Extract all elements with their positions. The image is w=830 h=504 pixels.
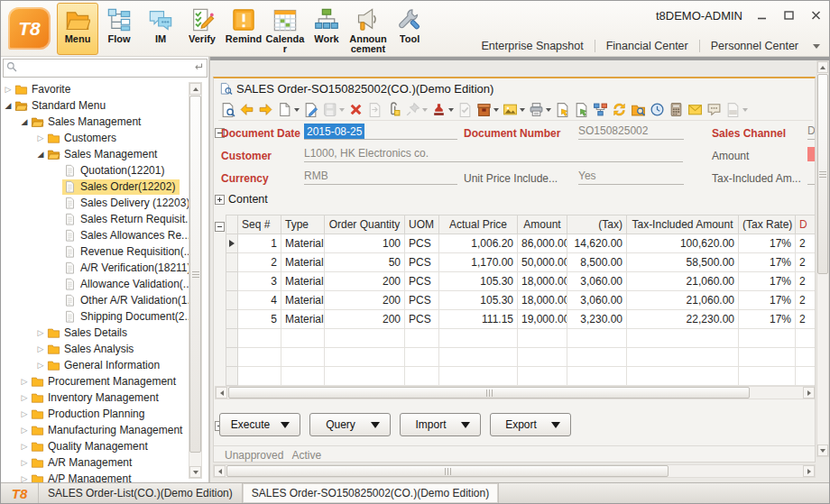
toolbar-button[interactable] xyxy=(610,99,629,119)
scroll-right-icon[interactable] xyxy=(803,465,815,477)
toolbar-button[interactable] xyxy=(301,99,320,119)
tree-item[interactable]: Allowance Validation(... xyxy=(1,276,189,292)
tree-item[interactable]: Manufacturing Management xyxy=(1,422,189,438)
toolbar-button[interactable] xyxy=(256,99,275,119)
tree-expander-icon[interactable] xyxy=(35,133,46,143)
row-selector[interactable] xyxy=(226,291,238,310)
grid-row[interactable]: 5Material200PCS111.1519,000.003,230.0022… xyxy=(226,310,816,329)
grid-column-header[interactable]: UOM xyxy=(405,215,439,234)
nav-link[interactable]: Financial Center xyxy=(595,40,700,52)
amount-value[interactable] xyxy=(807,147,816,161)
topbar-button[interactable]: Flow xyxy=(98,3,140,55)
grid-row[interactable]: 2Material50PCS1,170.0050,000.008,500.005… xyxy=(226,253,816,272)
taskbar-tab[interactable]: SALES Order-SO150825002(CO.)(Demo Editio… xyxy=(243,483,499,503)
grid-cell[interactable]: 17% xyxy=(739,253,796,272)
tree-item[interactable]: Sales Delivery (12203) xyxy=(1,195,189,211)
grid-column-header[interactable]: Order Quantity xyxy=(325,215,405,234)
scroll-left-icon[interactable] xyxy=(216,387,227,399)
tree-item[interactable]: Production Planning xyxy=(1,406,189,422)
topbar-button[interactable]: Verify xyxy=(181,3,223,55)
grid-cell[interactable]: 5 xyxy=(238,310,281,329)
grid-cell[interactable]: 105.30 xyxy=(439,291,518,310)
toolbar-button[interactable] xyxy=(686,99,705,119)
grid-column-header[interactable]: Actual Price xyxy=(439,215,518,234)
tree-item[interactable]: Sales Return Requisit... xyxy=(1,211,189,227)
grid-cell[interactable]: PCS xyxy=(405,291,439,310)
toolbar-button[interactable] xyxy=(384,99,403,119)
grid-cell[interactable]: 2 xyxy=(238,253,281,272)
action-button[interactable]: Import xyxy=(400,413,481,436)
taskbar-tab[interactable]: SALES Order-List(CO.)(Demo Edition) xyxy=(39,483,243,503)
topbar-button[interactable]: Tool xyxy=(389,3,430,55)
scroll-down-icon[interactable] xyxy=(189,466,201,478)
topbar-button[interactable]: Announcement xyxy=(347,3,389,55)
toolbar-button[interactable] xyxy=(705,99,724,119)
grid-cell[interactable]: 2 xyxy=(796,253,816,272)
grid-cell[interactable]: 19,000.00 xyxy=(518,310,567,329)
grid-cell[interactable]: 1 xyxy=(238,234,281,253)
scroll-up-icon[interactable] xyxy=(189,83,201,95)
topbar-button[interactable]: Remind xyxy=(223,3,264,55)
row-selector[interactable] xyxy=(226,253,238,272)
tree-item[interactable]: Favorite xyxy=(1,81,189,97)
tree-item[interactable]: Sales Management xyxy=(1,114,189,130)
nav-link[interactable]: Personnel Center xyxy=(700,40,809,52)
grid-cell[interactable]: 200 xyxy=(325,272,405,291)
toolbar-button[interactable] xyxy=(648,99,667,119)
tree-expander-icon[interactable] xyxy=(19,392,30,403)
grid-horizontal-scrollbar[interactable] xyxy=(215,386,816,399)
grid-cell[interactable]: 2 xyxy=(796,272,816,291)
grid-cell[interactable]: 2 xyxy=(796,310,816,329)
tree-item[interactable]: Revenue Requisition(... xyxy=(1,243,189,260)
document-number-value[interactable]: SO150825002 xyxy=(578,124,684,140)
toolbar-button[interactable] xyxy=(275,99,301,119)
tree-expander-icon[interactable] xyxy=(19,457,30,468)
current-row-indicator[interactable] xyxy=(226,234,238,253)
toolbar-button[interactable] xyxy=(403,99,429,119)
grid-cell[interactable]: 105.30 xyxy=(439,272,518,291)
tree-expander-icon[interactable] xyxy=(19,425,30,435)
grid-cell[interactable]: 2 xyxy=(796,234,816,253)
main-horizontal-scrollbar[interactable] xyxy=(213,464,816,478)
action-button[interactable]: Export xyxy=(490,413,571,436)
scrollbar-thumb[interactable] xyxy=(817,74,828,274)
expand-content-toggle-icon[interactable] xyxy=(215,195,225,205)
toolbar-button[interactable] xyxy=(218,99,237,119)
scroll-left-icon[interactable] xyxy=(214,465,226,477)
toolbar-button[interactable] xyxy=(320,99,346,119)
grid-cell[interactable]: 2 xyxy=(796,291,816,310)
tree-expander-icon[interactable] xyxy=(35,344,46,354)
grid-row[interactable]: 3Material200PCS105.3018,000.003,060.0021… xyxy=(226,272,816,291)
toolbar-button[interactable] xyxy=(346,99,365,119)
grid-cell[interactable]: 3 xyxy=(238,272,281,291)
scrollbar-thumb[interactable] xyxy=(228,387,750,399)
grid-cell[interactable]: PCS xyxy=(405,272,439,291)
tree-expander-icon[interactable] xyxy=(19,408,30,419)
grid-cell[interactable]: 86,000.00 xyxy=(518,234,567,253)
grid-cell[interactable]: 4 xyxy=(238,291,281,310)
grid-column-header[interactable]: (Tax Rate) xyxy=(739,215,796,234)
scrollbar-thumb[interactable] xyxy=(189,96,201,453)
toolbar-button[interactable] xyxy=(365,99,384,119)
grid-cell[interactable]: 18,000.00 xyxy=(518,291,567,310)
grid-column-header[interactable]: Seq # xyxy=(238,215,281,234)
tree-item[interactable]: Customers xyxy=(1,130,189,146)
scroll-down-icon[interactable] xyxy=(817,444,828,456)
tree-item[interactable]: Sales Analysis xyxy=(1,341,189,357)
grid-cell[interactable]: 100 xyxy=(325,234,405,253)
toolbar-button[interactable] xyxy=(572,99,591,119)
grid-cell[interactable]: 50,000.00 xyxy=(518,253,567,272)
nav-link[interactable]: Enterprise Snapshot xyxy=(470,40,595,52)
tree-item[interactable]: Quotation(12201) xyxy=(1,162,189,179)
row-selector[interactable] xyxy=(226,310,238,329)
topbar-button[interactable]: Calendar xyxy=(264,3,306,55)
tree-expander-icon[interactable] xyxy=(19,116,30,127)
action-button[interactable]: Execute xyxy=(219,413,300,436)
grid-cell[interactable]: 111.15 xyxy=(439,310,518,329)
tree-item[interactable]: A/R Management xyxy=(1,454,189,471)
tree-item[interactable]: Inventory Management xyxy=(1,389,189,406)
tree-expander-icon[interactable] xyxy=(19,441,30,452)
toolbar-button[interactable] xyxy=(553,99,572,119)
main-vertical-scrollbar[interactable] xyxy=(816,60,829,457)
grid-cell[interactable]: 8,500.00 xyxy=(567,253,627,272)
